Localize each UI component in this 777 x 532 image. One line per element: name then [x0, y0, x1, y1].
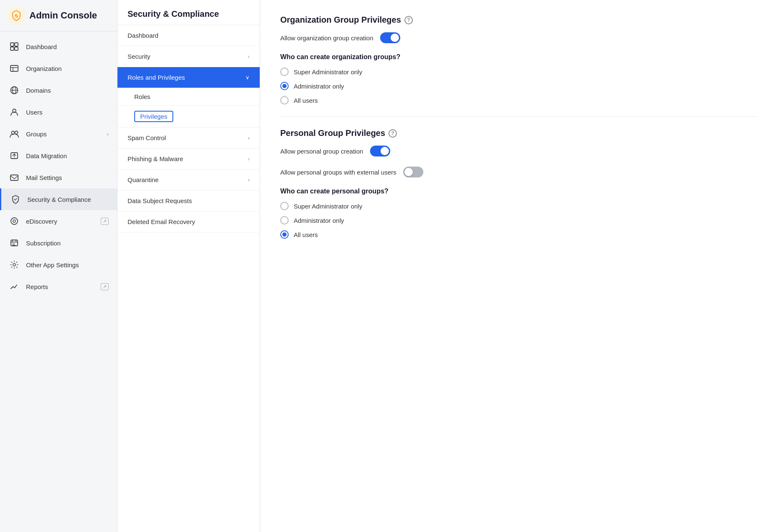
ediscovery-badge: ↗ — [101, 218, 109, 225]
personal-section-title: Personal Group Privileges ? — [280, 128, 757, 138]
org-toggle-label: Allow organization group creation — [280, 34, 373, 42]
sidebar-item-label-ediscovery: eDiscovery — [26, 218, 101, 225]
sidebar-item-other-app-settings[interactable]: Other App Settings — [0, 254, 117, 276]
personal-toggle-label-1: Allow personal group creation — [280, 148, 363, 155]
personal-radio-circle-all-users — [280, 230, 289, 239]
org-group-privileges-section: Organization Group Privileges ? Allow or… — [280, 15, 757, 104]
middle-item-label-phishing-malware: Phishing & Malware — [128, 155, 248, 162]
sub-item-roles[interactable]: Roles — [117, 88, 260, 106]
org-radio-admin[interactable]: Administrator only — [280, 82, 757, 90]
users-icon — [8, 106, 20, 118]
right-content: Organization Group Privileges ? Allow or… — [260, 0, 777, 532]
sidebar-header: Admin Console — [0, 0, 117, 31]
sidebar-item-groups[interactable]: Groups › — [0, 123, 117, 145]
dashboard-icon — [8, 41, 20, 52]
org-sub-title: Who can create organization groups? — [280, 53, 757, 61]
sidebar-item-label-users: Users — [26, 109, 109, 116]
svg-rect-3 — [15, 43, 18, 46]
sidebar-item-label-dashboard: Dashboard — [26, 43, 109, 50]
middle-item-phishing-malware[interactable]: Phishing & Malware › — [117, 149, 260, 170]
subscription-icon — [8, 237, 20, 249]
org-radio-super-admin[interactable]: Super Administrator only — [280, 68, 757, 76]
sidebar-item-label-organization: Organization — [26, 65, 109, 72]
personal-radio-super-admin[interactable]: Super Administrator only — [280, 202, 757, 210]
sidebar-item-label-subscription: Subscription — [26, 240, 109, 247]
groups-chevron: › — [107, 131, 109, 137]
sidebar-item-ediscovery[interactable]: eDiscovery ↗ — [0, 210, 117, 232]
personal-radio-admin[interactable]: Administrator only — [280, 216, 757, 224]
org-radio-all-users[interactable]: All users — [280, 96, 757, 104]
sidebar-item-label-groups: Groups — [26, 130, 107, 138]
svg-rect-4 — [10, 47, 14, 50]
middle-item-security[interactable]: Security › — [117, 46, 260, 67]
personal-help-icon[interactable]: ? — [388, 129, 397, 138]
org-radio-label-super-admin: Super Administrator only — [294, 68, 362, 76]
spam-control-chevron-icon: › — [248, 135, 250, 141]
middle-item-label-spam-control: Spam Control — [128, 134, 248, 141]
middle-item-label-deleted-email-recovery: Deleted Email Recovery — [128, 218, 250, 225]
sidebar-item-security-compliance[interactable]: Security & Compliance — [0, 188, 117, 210]
sub-item-label-privileges[interactable]: Privileges — [134, 111, 173, 122]
sub-item-privileges[interactable]: Privileges — [117, 106, 260, 128]
personal-radio-all-users[interactable]: All users — [280, 230, 757, 239]
sidebar-item-label-security-compliance: Security & Compliance — [27, 196, 109, 203]
svg-rect-6 — [10, 65, 18, 71]
middle-item-label-security: Security — [128, 53, 248, 60]
data-migration-icon — [8, 150, 20, 162]
mail-settings-icon — [8, 172, 20, 183]
reports-icon — [8, 281, 20, 292]
sidebar-item-users[interactable]: Users — [0, 101, 117, 123]
middle-column: Security & Compliance Dashboard Security… — [117, 0, 260, 532]
personal-toggle-2[interactable] — [403, 167, 423, 177]
personal-radio-label-super-admin: Super Administrator only — [294, 203, 362, 210]
org-radio-circle-admin — [280, 82, 289, 90]
sidebar: Admin Console Dashboard — [0, 0, 117, 532]
personal-toggle-1[interactable] — [370, 146, 390, 156]
sidebar-item-mail-settings[interactable]: Mail Settings — [0, 167, 117, 188]
domains-icon — [8, 84, 20, 96]
personal-radio-group: Super Administrator only Administrator o… — [280, 202, 757, 239]
middle-item-spam-control[interactable]: Spam Control › — [117, 128, 260, 149]
personal-toggle-row-1: Allow personal group creation — [280, 146, 757, 156]
reports-badge: ↗ — [101, 283, 109, 290]
middle-item-label-quarantine: Quarantine — [128, 176, 248, 183]
middle-item-dashboard[interactable]: Dashboard — [117, 25, 260, 46]
roles-privileges-chevron-icon: ∨ — [245, 74, 250, 81]
svg-rect-5 — [15, 47, 18, 50]
quarantine-chevron-icon: › — [248, 177, 250, 183]
middle-item-roles-and-privileges[interactable]: Roles and Privileges ∨ — [117, 67, 260, 88]
groups-icon — [8, 128, 20, 140]
svg-point-13 — [12, 131, 15, 134]
sidebar-item-label-domains: Domains — [26, 87, 109, 94]
app-logo — [8, 8, 24, 23]
sub-item-label-roles: Roles — [134, 93, 250, 100]
personal-toggle-label-2: Allow personal groups with external user… — [280, 169, 396, 176]
personal-sub-title: Who can create personal groups? — [280, 188, 757, 195]
app-title: Admin Console — [29, 10, 97, 21]
sidebar-item-dashboard[interactable]: Dashboard — [0, 36, 117, 57]
sidebar-item-data-migration[interactable]: Data Migration — [0, 145, 117, 167]
middle-item-quarantine[interactable]: Quarantine › — [117, 170, 260, 190]
ediscovery-icon — [8, 215, 20, 227]
org-radio-group: Super Administrator only Administrator o… — [280, 68, 757, 104]
svg-point-14 — [15, 131, 18, 134]
personal-radio-circle-admin — [280, 216, 289, 224]
org-help-icon[interactable]: ? — [404, 16, 413, 24]
sidebar-item-subscription[interactable]: Subscription — [0, 232, 117, 254]
personal-toggle-row-2: Allow personal groups with external user… — [280, 167, 757, 177]
sidebar-item-domains[interactable]: Domains — [0, 79, 117, 101]
org-toggle[interactable] — [380, 32, 400, 43]
org-section-title: Organization Group Privileges ? — [280, 15, 757, 25]
personal-group-privileges-section: Personal Group Privileges ? Allow person… — [280, 128, 757, 239]
middle-item-label-roles-and-privileges: Roles and Privileges — [128, 74, 245, 81]
sidebar-item-organization[interactable]: Organization — [0, 57, 117, 79]
personal-radio-circle-super-admin — [280, 202, 289, 210]
phishing-malware-chevron-icon: › — [248, 156, 250, 162]
sidebar-nav: Dashboard Organization Dom — [0, 31, 117, 302]
security-compliance-icon — [10, 193, 21, 205]
personal-radio-label-admin: Administrator only — [294, 217, 344, 224]
sidebar-item-label-reports: Reports — [26, 283, 101, 290]
middle-item-data-subject-requests[interactable]: Data Subject Requests — [117, 190, 260, 211]
middle-item-deleted-email-recovery[interactable]: Deleted Email Recovery — [117, 211, 260, 232]
sidebar-item-reports[interactable]: Reports ↗ — [0, 276, 117, 297]
